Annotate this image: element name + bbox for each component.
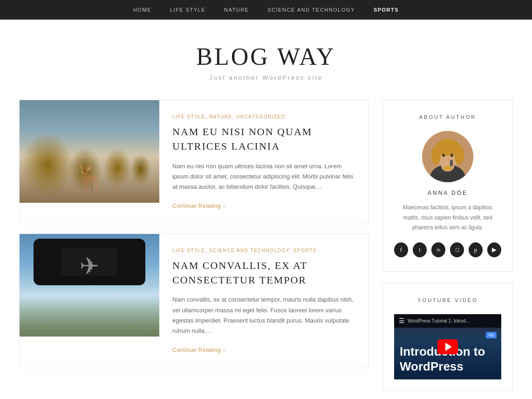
nav-sports[interactable]: SPORTS (374, 7, 399, 13)
site-title: BLOG WAY (9, 43, 523, 70)
yt-top-text: WordPress Tutorial 1: Introd... (408, 318, 470, 323)
post-title: NAM CONVALLIS, EX AT CONSECTETUR TEMPOR (172, 259, 355, 288)
social-twitter[interactable]: t (413, 242, 427, 257)
instagram-icon: ◻ (455, 247, 459, 253)
social-youtube[interactable]: ▶ (487, 242, 501, 257)
social-instagram[interactable]: ◻ (450, 242, 464, 257)
post-card: LIFE STYLE, SCIENCE AND TECHNOLOGY, SPOR… (19, 234, 368, 368)
sidebar: ABOUT AUTHOR (382, 100, 513, 399)
post-image-drone (20, 234, 159, 337)
post-body: LIFE STYLE, SCIENCE AND TECHNOLOGY, SPOR… (159, 234, 368, 368)
site-tagline: Just another WordPress site (9, 74, 523, 81)
author-avatar (422, 131, 473, 182)
author-bio: Maecenas facilisis, ipsum a dapibus matt… (394, 203, 501, 233)
post-card: LIFE STYLE, NATURE, UNCATEGORIZED NAM EU… (19, 100, 368, 224)
site-header: BLOG WAY Just another WordPress site (0, 20, 532, 100)
facebook-icon: f (400, 246, 402, 254)
nav-nature[interactable]: NATURE (224, 7, 249, 13)
nav-lifestyle[interactable]: LIFE STYLE (170, 7, 205, 13)
youtube-thumbnail[interactable]: ☰ WordPress Tutorial 1: Introd... HD Int… (394, 314, 501, 379)
svg-point-6 (455, 146, 464, 165)
yt-menu-icon: ☰ (399, 317, 405, 325)
main-content: LIFE STYLE, NATURE, UNCATEGORIZED NAM EU… (19, 100, 368, 399)
continue-reading-link[interactable]: Continue Reading→ (172, 203, 227, 209)
author-name: ANNA DOE (394, 190, 501, 196)
author-widget-title: ABOUT AUTHOR (394, 114, 501, 120)
social-facebook[interactable]: f (394, 242, 408, 257)
social-icons: f t in ◻ p ▶ (394, 242, 501, 257)
continue-reading-link-2[interactable]: Continue Reading→ (172, 347, 227, 353)
nav-science[interactable]: SCIENCE AND TECHNOLOGY (267, 7, 355, 13)
linkedin-icon: in (437, 247, 440, 252)
youtube-play-button[interactable] (437, 339, 458, 354)
youtube-widget: YOUTUBE VIDEO ☰ WordPress Tutorial 1: In… (382, 283, 513, 391)
youtube-widget-title: YOUTUBE VIDEO (394, 297, 501, 303)
yt-badge: HD (486, 332, 497, 338)
author-widget: ABOUT AUTHOR (382, 100, 513, 272)
svg-rect-7 (450, 160, 453, 166)
social-pinterest[interactable]: p (469, 242, 483, 257)
post-title: NAM EU NISI NON QUAM ULTRICES LACINIA (172, 125, 355, 154)
post-categories: LIFE STYLE, NATURE, UNCATEGORIZED (172, 114, 355, 119)
social-linkedin[interactable]: in (431, 242, 445, 257)
nav-home[interactable]: HOME (133, 7, 151, 13)
youtube-icon: ▶ (492, 246, 497, 254)
post-categories: LIFE STYLE, SCIENCE AND TECHNOLOGY, SPOR… (172, 248, 355, 253)
content-area: LIFE STYLE, NATURE, UNCATEGORIZED NAM EU… (10, 100, 522, 399)
post-image-deer (20, 100, 159, 203)
post-excerpt: Nam convallis, ex at consectetur tempor,… (172, 295, 355, 336)
post-excerpt: Nam eu nisi non quam ultrices lacinia no… (172, 161, 355, 192)
yt-top-bar: ☰ WordPress Tutorial 1: Introd... (394, 314, 501, 328)
twitter-icon: t (419, 246, 421, 254)
svg-point-5 (431, 146, 441, 165)
pinterest-icon: p (474, 246, 477, 254)
post-body: LIFE STYLE, NATURE, UNCATEGORIZED NAM EU… (159, 100, 368, 224)
svg-point-8 (442, 154, 445, 157)
main-nav: HOME LIFE STYLE NATURE SCIENCE AND TECHN… (0, 0, 532, 20)
svg-point-9 (450, 154, 453, 157)
svg-point-10 (443, 166, 452, 170)
